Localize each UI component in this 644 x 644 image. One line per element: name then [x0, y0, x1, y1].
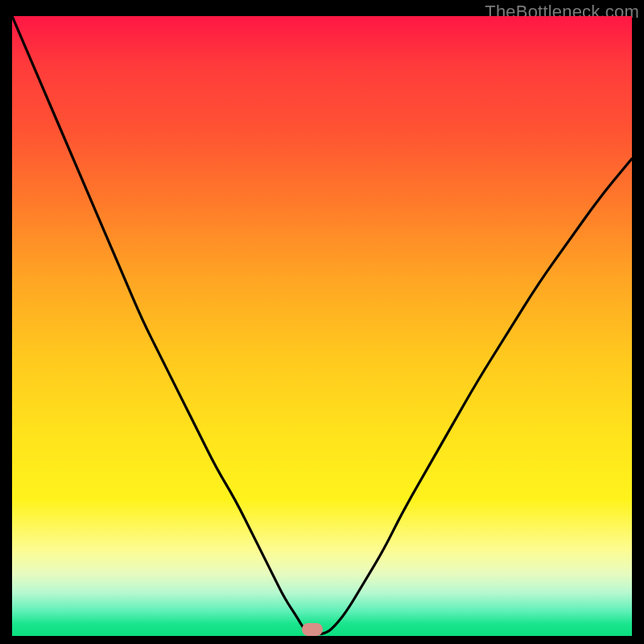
- bottleneck-curve: [12, 16, 632, 634]
- chart-stage: TheBottleneck.com: [0, 0, 644, 644]
- curve-svg: [12, 16, 632, 636]
- gradient-plot-area: [12, 16, 632, 636]
- bottleneck-marker: [302, 623, 323, 636]
